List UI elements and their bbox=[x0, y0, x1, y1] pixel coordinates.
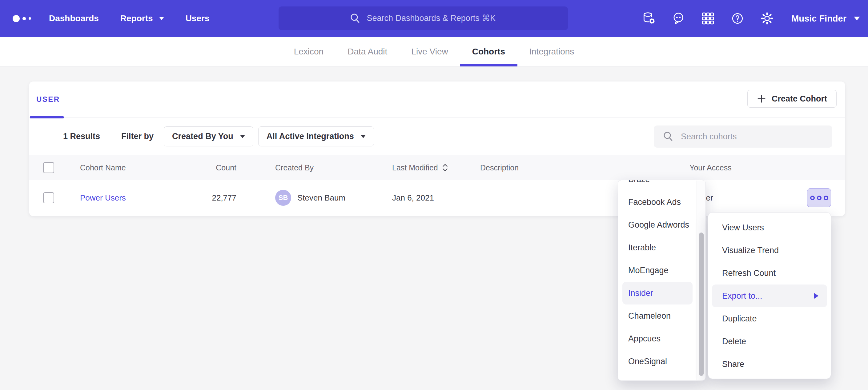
search-icon bbox=[662, 131, 674, 142]
tab-cohorts[interactable]: Cohorts bbox=[472, 37, 505, 66]
create-cohort-button[interactable]: Create Cohort bbox=[747, 90, 837, 108]
divider bbox=[111, 128, 111, 145]
export-destinations-list: Braze Facebook Ads Google Adwords Iterab… bbox=[618, 180, 706, 377]
menu-item-view-users[interactable]: View Users bbox=[708, 216, 831, 239]
sort-icon bbox=[442, 163, 448, 172]
select-all-checkbox[interactable] bbox=[43, 162, 54, 173]
menu-item-moengage[interactable]: MoEngage bbox=[618, 259, 706, 282]
row-actions-button[interactable] bbox=[807, 188, 831, 207]
logo-dot bbox=[12, 15, 20, 22]
chevron-down-icon bbox=[854, 17, 860, 20]
nav-reports-label: Reports bbox=[120, 13, 153, 23]
cohort-count: 22,777 bbox=[166, 193, 237, 203]
logo-dot bbox=[23, 17, 26, 20]
topbar-actions: Music Finder bbox=[642, 0, 860, 37]
column-your-access: Your Access bbox=[689, 163, 789, 172]
export-to-label: Export to... bbox=[722, 291, 763, 301]
created-by-filter-value: Created By You bbox=[172, 132, 233, 141]
help-icon[interactable] bbox=[731, 11, 745, 26]
tab-data-audit[interactable]: Data Audit bbox=[347, 37, 387, 66]
top-navigation-bar: Dashboards Reports Users bbox=[0, 0, 868, 37]
project-name: Music Finder bbox=[792, 13, 846, 24]
menu-item-braze[interactable]: Braze bbox=[618, 180, 706, 191]
ellipsis-circle-icon bbox=[810, 196, 815, 200]
menu-item-delete[interactable]: Delete bbox=[708, 330, 831, 353]
data-management-icon[interactable] bbox=[642, 11, 656, 26]
created-by-filter-dropdown[interactable]: Created By You bbox=[164, 126, 253, 147]
column-description: Description bbox=[480, 163, 689, 172]
cohort-search-input[interactable] bbox=[681, 132, 824, 141]
menu-item-visualize-trend[interactable]: Visualize Trend bbox=[708, 239, 831, 262]
nav-dashboards[interactable]: Dashboards bbox=[49, 13, 99, 23]
export-destinations-menu: Braze Facebook Ads Google Adwords Iterab… bbox=[618, 180, 706, 381]
menu-item-export-to[interactable]: Export to... bbox=[712, 285, 827, 307]
menu-item-insider[interactable]: Insider bbox=[622, 282, 692, 304]
tab-integrations[interactable]: Integrations bbox=[529, 37, 574, 66]
menu-item-google-adwords[interactable]: Google Adwords bbox=[618, 214, 706, 236]
menu-item-refresh-count[interactable]: Refresh Count bbox=[708, 262, 831, 285]
submenu-scrollbar-thumb[interactable] bbox=[699, 232, 704, 376]
menu-item-iterable[interactable]: Iterable bbox=[618, 236, 706, 259]
table-header: Cohort Name Count Created By Last Modifi… bbox=[29, 155, 845, 180]
menu-item-appcues[interactable]: Appcues bbox=[618, 327, 706, 350]
integrations-filter-value: All Active Integrations bbox=[267, 132, 354, 141]
menu-item-onesignal[interactable]: OneSignal bbox=[618, 350, 706, 373]
feedback-icon[interactable] bbox=[671, 11, 685, 26]
ellipsis-circle-icon bbox=[817, 196, 822, 200]
mixpanel-logo-icon[interactable] bbox=[12, 15, 31, 22]
avatar: SB bbox=[275, 190, 291, 206]
logo-dot bbox=[29, 17, 31, 20]
column-created-by: Created By bbox=[237, 163, 392, 172]
cohort-actions-menu: View Users Visualize Trend Refresh Count… bbox=[708, 212, 831, 379]
filter-by-label: Filter by bbox=[121, 132, 154, 141]
section-tabs: Lexicon Data Audit Live View Cohorts Int… bbox=[0, 37, 868, 67]
nav-reports[interactable]: Reports bbox=[120, 13, 164, 23]
chevron-down-icon bbox=[361, 135, 366, 138]
chevron-down-icon bbox=[240, 135, 245, 138]
plus-icon bbox=[757, 94, 766, 103]
settings-gear-icon[interactable] bbox=[760, 11, 774, 26]
chevron-down-icon bbox=[159, 17, 164, 20]
results-count: 1 Results bbox=[63, 132, 100, 141]
last-modified-date: Jan 6, 2021 bbox=[392, 193, 480, 203]
row-checkbox[interactable] bbox=[43, 192, 54, 203]
primary-nav: Dashboards Reports Users bbox=[49, 13, 209, 23]
table-row: Power Users 22,777 SB Steven Baum Jan 6,… bbox=[29, 180, 845, 216]
menu-item-chameleon[interactable]: Chameleon bbox=[618, 304, 706, 327]
menu-item-facebook-ads[interactable]: Facebook Ads bbox=[618, 191, 706, 214]
cohort-search[interactable] bbox=[654, 126, 832, 148]
tab-live-view[interactable]: Live View bbox=[411, 37, 448, 66]
ellipsis-circle-icon bbox=[824, 196, 828, 200]
global-search-input[interactable] bbox=[367, 13, 497, 23]
integrations-filter-dropdown[interactable]: All Active Integrations bbox=[258, 126, 374, 147]
tab-user[interactable]: USER bbox=[36, 95, 60, 104]
menu-item-share[interactable]: Share bbox=[708, 353, 831, 376]
cohort-name-link[interactable]: Power Users bbox=[80, 193, 166, 203]
cohorts-panel: USER Create Cohort 1 Results Filter by C… bbox=[29, 82, 845, 216]
project-switcher[interactable]: Music Finder bbox=[792, 13, 860, 24]
apps-grid-icon[interactable] bbox=[701, 11, 715, 26]
column-count: Count bbox=[166, 163, 237, 172]
cohorts-page: Dashboards Reports Users bbox=[0, 0, 868, 390]
global-search[interactable] bbox=[279, 6, 568, 30]
column-last-modified[interactable]: Last Modified bbox=[392, 163, 480, 172]
search-icon bbox=[349, 12, 361, 24]
nav-dashboards-label: Dashboards bbox=[49, 13, 99, 23]
column-cohort-name: Cohort Name bbox=[80, 163, 166, 172]
create-cohort-label: Create Cohort bbox=[772, 94, 827, 104]
nav-users[interactable]: Users bbox=[186, 13, 210, 23]
tab-lexicon[interactable]: Lexicon bbox=[294, 37, 324, 66]
cohort-type-header: USER Create Cohort bbox=[29, 82, 845, 118]
created-by-name: Steven Baum bbox=[297, 193, 345, 203]
submenu-arrow-icon bbox=[814, 293, 818, 299]
filter-toolbar: 1 Results Filter by Created By You All A… bbox=[29, 118, 845, 155]
nav-users-label: Users bbox=[186, 13, 210, 23]
menu-item-duplicate[interactable]: Duplicate bbox=[708, 307, 831, 330]
